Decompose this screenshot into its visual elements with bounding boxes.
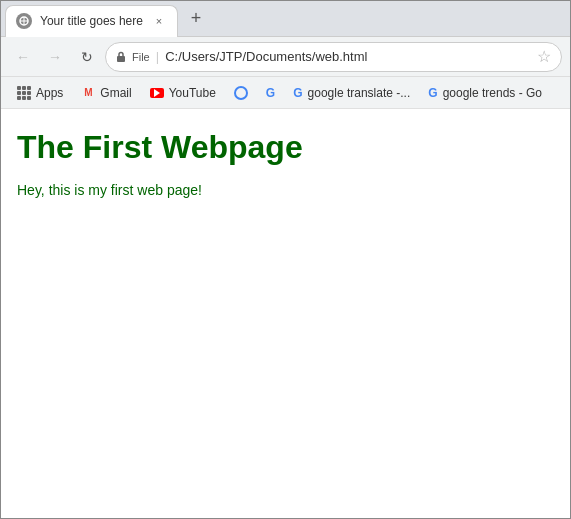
title-bar: Your title goes here × + bbox=[1, 1, 570, 37]
globe-icon bbox=[234, 86, 248, 100]
youtube-icon bbox=[150, 88, 164, 98]
bookmark-google-trends-label: google trends - Go bbox=[443, 86, 542, 100]
new-tab-button[interactable]: + bbox=[182, 5, 210, 33]
bookmark-google-translate[interactable]: G google translate -... bbox=[285, 83, 418, 103]
nav-bar: ← → ↻ File | C:/Users/JTP/Documents/web.… bbox=[1, 37, 570, 77]
address-divider: | bbox=[156, 49, 159, 64]
browser-window: Your title goes here × + ← → ↻ File | C:… bbox=[0, 0, 571, 519]
reload-button[interactable]: ↻ bbox=[73, 43, 101, 71]
bookmark-google-trends[interactable]: G google trends - Go bbox=[420, 83, 550, 103]
secure-label: File bbox=[132, 51, 150, 63]
active-tab[interactable]: Your title goes here × bbox=[5, 5, 178, 37]
bookmark-gmail-label: Gmail bbox=[100, 86, 131, 100]
tab-close-button[interactable]: × bbox=[151, 13, 167, 29]
svg-rect-3 bbox=[117, 56, 125, 62]
bookmark-apps-label: Apps bbox=[36, 86, 63, 100]
back-button[interactable]: ← bbox=[9, 43, 37, 71]
page-heading: The First Webpage bbox=[17, 129, 554, 166]
bookmarks-bar: Apps M Gmail YouTube G G google translat… bbox=[1, 77, 570, 109]
bookmark-youtube-label: YouTube bbox=[169, 86, 216, 100]
google-g-icon: G bbox=[266, 86, 275, 100]
address-url: C:/Users/JTP/Documents/web.html bbox=[165, 49, 531, 64]
bookmark-star-button[interactable]: ☆ bbox=[537, 47, 551, 66]
google-translate-icon: G bbox=[293, 86, 302, 100]
address-bar[interactable]: File | C:/Users/JTP/Documents/web.html ☆ bbox=[105, 42, 562, 72]
bookmark-globe[interactable] bbox=[226, 83, 256, 103]
bookmark-gmail[interactable]: M Gmail bbox=[73, 83, 139, 103]
bookmark-apps[interactable]: Apps bbox=[9, 83, 71, 103]
gmail-icon: M bbox=[81, 86, 95, 100]
bookmark-youtube[interactable]: YouTube bbox=[142, 83, 224, 103]
tab-favicon bbox=[16, 13, 32, 29]
bookmark-google-translate-label: google translate -... bbox=[308, 86, 411, 100]
secure-icon bbox=[116, 51, 126, 63]
apps-icon bbox=[17, 86, 31, 100]
content-area: The First Webpage Hey, this is my first … bbox=[1, 109, 570, 518]
forward-button[interactable]: → bbox=[41, 43, 69, 71]
tab-title: Your title goes here bbox=[40, 14, 143, 28]
bookmark-google1[interactable]: G bbox=[258, 83, 283, 103]
google-trends-icon: G bbox=[428, 86, 437, 100]
page-subtext: Hey, this is my first web page! bbox=[17, 182, 554, 198]
